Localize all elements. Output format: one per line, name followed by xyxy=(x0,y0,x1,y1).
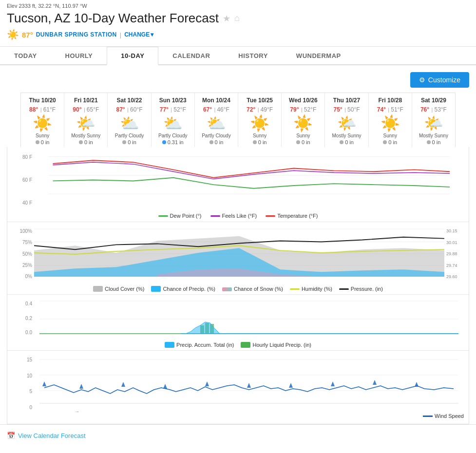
condition-5: Sunny xyxy=(239,133,280,138)
humidity-color xyxy=(290,288,300,290)
condition-4: Partly Cloudy xyxy=(196,133,237,138)
wind-chart-svg: → xyxy=(34,355,464,418)
precip-legend: Precip. Accum. Total (in) Hourly Liquid … xyxy=(7,340,469,351)
y-wind-5: 5 xyxy=(12,389,32,394)
tab-hourly[interactable]: HOURLY xyxy=(51,47,107,64)
day-label-6: Wed 10/26 xyxy=(283,97,324,104)
y-label-50pct: 50% xyxy=(12,251,32,257)
weather-icon-7: 🌤️ xyxy=(326,115,367,131)
temp-color xyxy=(266,215,275,217)
home-icon[interactable]: ⌂ xyxy=(234,13,240,23)
svg-marker-22 xyxy=(42,381,46,386)
temp-range-7: 75° | 50°F xyxy=(326,105,367,113)
svg-marker-29 xyxy=(331,381,335,386)
dew-color xyxy=(158,215,168,217)
y-label-60f: 60 F xyxy=(12,177,32,183)
title-text: Tucson, AZ 10-Day Weather Forecast xyxy=(7,11,219,26)
y-wind-0: 0 xyxy=(12,405,32,410)
legend-feels: Feels Like (°F) xyxy=(210,213,257,219)
legend-precip-total-label: Precip. Accum. Total (in) xyxy=(176,342,234,348)
condition-3: Partly Cloudy xyxy=(152,133,193,138)
day-col-4[interactable]: Mon 10/24 67° | 46°F ⛅ Partly Cloudy 0 i… xyxy=(195,93,238,147)
change-link[interactable]: CHANGE ▾ xyxy=(124,31,153,38)
precip-4: 0 in xyxy=(196,139,237,145)
y-precip-04: 0.4 xyxy=(12,301,32,306)
y-right-label-3: 29.88 xyxy=(446,251,464,256)
precip-0: 0 in xyxy=(22,139,63,145)
svg-marker-28 xyxy=(289,383,293,388)
humid-legend: Cloud Cover (%) Chance of Precip. (%) Ch… xyxy=(7,283,469,295)
tab-wundermap[interactable]: WUNDERMAP xyxy=(282,47,355,64)
legend-precip-total: Precip. Accum. Total (in) xyxy=(165,342,234,348)
tab-10day[interactable]: 10-DAY xyxy=(107,47,158,65)
day-col-3[interactable]: Sun 10/23 77° | 52°F ⛅ Partly Cloudy 0.3… xyxy=(152,93,195,147)
precip-6: 0 in xyxy=(283,139,324,145)
day-label-4: Mon 10/24 xyxy=(196,97,237,104)
svg-text:→: → xyxy=(75,409,79,414)
svg-marker-25 xyxy=(163,384,167,389)
legend-humidity: Humidity (%) xyxy=(290,286,332,292)
svg-marker-26 xyxy=(205,381,209,386)
legend-snow-chance-label: Chance of Snow (%) xyxy=(234,286,283,292)
station-name: DUNBAR SPRING STATION xyxy=(36,31,117,38)
calendar-icon: 📅 xyxy=(7,432,15,439)
svg-marker-23 xyxy=(79,384,83,389)
y-right-label-1: 30.15 xyxy=(446,228,464,233)
day-col-7[interactable]: Thu 10/27 75° | 50°F 🌤️ Mostly Sunny 0 i… xyxy=(325,93,368,147)
legend-dew: Dew Point (°) xyxy=(158,213,202,219)
forecast-strip: Thu 10/20 88° | 61°F ☀️ Sunny 0 in Fri 1… xyxy=(20,93,456,147)
day-label-2: Sat 10/22 xyxy=(109,97,150,104)
humid-chart-svg xyxy=(34,226,444,280)
day-col-6[interactable]: Wed 10/26 79° | 52°F ☀️ Sunny 0 in xyxy=(282,93,325,147)
y-label-40f: 40 F xyxy=(12,200,32,206)
svg-marker-17 xyxy=(181,322,458,334)
temp-chart-svg xyxy=(34,152,464,208)
bottom-bar: 📅 View Calendar Forecast xyxy=(0,424,476,446)
charts-area: 80 F 60 F 40 F xyxy=(7,147,469,424)
legend-precip-chance: Chance of Precip. (%) xyxy=(151,286,215,292)
day-col-0[interactable]: Thu 10/20 88° | 61°F ☀️ Sunny 0 in xyxy=(21,93,64,147)
tab-history[interactable]: HISTORY xyxy=(224,47,282,64)
precip-8: 0 in xyxy=(370,139,411,145)
tab-bar: TODAY HOURLY 10-DAY CALENDAR HISTORY WUN… xyxy=(0,47,476,65)
day-col-8[interactable]: Fri 10/28 74° | 51°F ☀️ Sunny 0 in xyxy=(369,93,412,147)
tab-calendar[interactable]: CALENDAR xyxy=(158,47,224,64)
day-label-9: Sat 10/29 xyxy=(413,97,454,104)
day-col-2[interactable]: Sat 10/22 87° | 60°F ⛅ Partly Cloudy 0 i… xyxy=(108,93,151,147)
current-temp: 87° xyxy=(22,31,33,39)
legend-feels-label: Feels Like (°F) xyxy=(222,213,257,219)
temp-range-0: 88° | 61°F xyxy=(22,105,63,113)
condition-0: Sunny xyxy=(22,133,63,138)
y-label-80f: 80 F xyxy=(12,154,32,160)
legend-snow-chance: Chance of Snow (%) xyxy=(222,286,283,292)
day-col-9[interactable]: Sat 10/29 76° | 53°F 🌤️ Mostly Sunny 0 i… xyxy=(412,93,455,147)
y-right-label-4: 29.74 xyxy=(446,263,464,268)
legend-pressure: Pressure. (in) xyxy=(339,286,383,292)
legend-temp: Temperature (°F) xyxy=(266,213,318,219)
legend-cloud: Cloud Cover (%) xyxy=(93,286,144,292)
temp-range-2: 87° | 60°F xyxy=(109,105,150,113)
snow-chance-color xyxy=(222,287,232,291)
temp-range-3: 77° | 52°F xyxy=(152,105,193,113)
day-label-5: Tue 10/25 xyxy=(239,97,280,104)
legend-cloud-label: Cloud Cover (%) xyxy=(105,286,144,292)
day-label-7: Thu 10/27 xyxy=(326,97,367,104)
svg-marker-31 xyxy=(415,382,419,387)
precip-3: 0.31 in xyxy=(152,139,193,145)
star-icon[interactable]: ★ xyxy=(223,13,230,24)
wind-speed-color xyxy=(423,415,433,417)
pressure-color xyxy=(339,288,349,290)
condition-9: Mostly Sunny xyxy=(413,133,454,138)
weather-icon-6: ☀️ xyxy=(283,115,324,131)
y-label-25pct: 25% xyxy=(12,263,32,268)
day-col-5[interactable]: Tue 10/25 72° | 49°F ☀️ Sunny 0 in xyxy=(238,93,282,147)
tab-today[interactable]: TODAY xyxy=(0,47,51,64)
day-col-1[interactable]: Fri 10/21 90° | 65°F 🌤️ Mostly Sunny 0 i… xyxy=(64,93,108,147)
customize-button[interactable]: ⚙ Customize xyxy=(410,72,469,88)
elevation-info: Elev 2333 ft, 32.22 °N, 110.97 °W xyxy=(7,3,469,9)
precip-total-color xyxy=(165,342,174,348)
y-precip-00: 0.0 xyxy=(12,330,32,335)
calendar-forecast-link[interactable]: 📅 View Calendar Forecast xyxy=(7,432,86,439)
condition-6: Sunny xyxy=(283,133,324,138)
y-wind-15: 15 xyxy=(12,357,32,362)
